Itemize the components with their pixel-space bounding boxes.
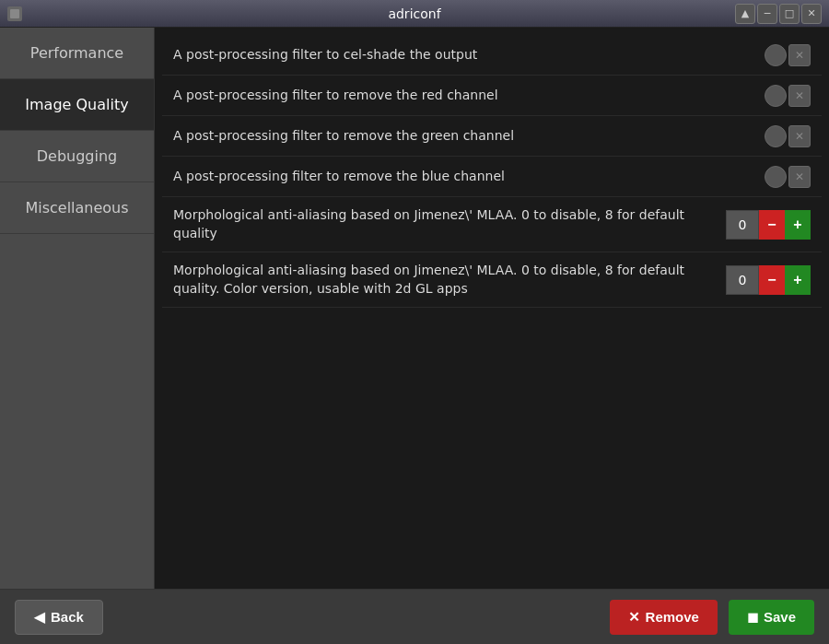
sidebar-item-miscellaneous[interactable]: Miscellaneous xyxy=(0,182,154,234)
setting-label-cel-shade: A post-processing filter to cel-shade th… xyxy=(173,46,765,64)
toggle-x-cel-shade[interactable]: ✕ xyxy=(788,44,811,66)
titlebar-buttons: ▲ ─ □ ✕ xyxy=(735,4,822,24)
app-icon xyxy=(7,6,22,21)
toggle-remove-green[interactable] xyxy=(765,125,787,147)
setting-label-remove-blue: A post-processing filter to remove the b… xyxy=(173,168,765,186)
setting-toggle-remove-green: ✕ xyxy=(765,125,811,147)
setting-label-mlaa-color: Morphological anti-aliasing based on Jim… xyxy=(173,262,726,298)
titlebar-close-button[interactable]: ✕ xyxy=(801,4,822,24)
toggle-x-remove-green[interactable]: ✕ xyxy=(788,125,811,147)
spinner-mlaa-color-minus[interactable]: − xyxy=(759,265,785,295)
setting-label-mlaa: Morphological anti-aliasing based on Jim… xyxy=(173,206,726,242)
back-icon: ◀ xyxy=(34,609,45,626)
right-buttons: ✕ Remove ◼ Save xyxy=(610,600,814,635)
toggle-remove-red[interactable] xyxy=(765,85,787,107)
titlebar-left xyxy=(7,6,22,21)
remove-icon: ✕ xyxy=(628,609,640,626)
content-area: A post-processing filter to cel-shade th… xyxy=(155,28,829,589)
titlebar: adriconf ▲ ─ □ ✕ xyxy=(0,0,829,28)
setting-toggle-remove-red: ✕ xyxy=(765,85,811,107)
setting-label-remove-green: A post-processing filter to remove the g… xyxy=(173,127,765,146)
setting-toggle-remove-blue: ✕ xyxy=(765,166,811,188)
toggle-cel-shade[interactable] xyxy=(765,44,787,66)
main-container: Performance Image Quality Debugging Misc… xyxy=(0,28,829,589)
save-label: Save xyxy=(764,609,796,625)
spinner-mlaa-plus[interactable]: + xyxy=(785,210,811,240)
spinner-mlaa-color-plus[interactable]: + xyxy=(785,265,811,295)
setting-label-remove-red: A post-processing filter to remove the r… xyxy=(173,87,765,105)
toggle-x-remove-blue[interactable]: ✕ xyxy=(788,166,811,188)
back-label: Back xyxy=(51,609,84,625)
setting-row-remove-blue: A post-processing filter to remove the b… xyxy=(162,157,822,197)
titlebar-up-button[interactable]: ▲ xyxy=(735,4,755,24)
setting-row-mlaa-color: Morphological anti-aliasing based on Jim… xyxy=(162,252,822,308)
sidebar-item-image-quality[interactable]: Image Quality xyxy=(0,79,154,131)
sidebar-item-performance[interactable]: Performance xyxy=(0,28,154,79)
remove-button[interactable]: ✕ Remove xyxy=(610,600,718,635)
save-button[interactable]: ◼ Save xyxy=(729,600,814,635)
remove-label: Remove xyxy=(646,609,699,625)
sidebar: Performance Image Quality Debugging Misc… xyxy=(0,28,155,589)
spinner-mlaa-color-value: 0 xyxy=(726,265,759,295)
setting-row-cel-shade: A post-processing filter to cel-shade th… xyxy=(162,35,822,76)
sidebar-item-debugging[interactable]: Debugging xyxy=(0,131,154,182)
back-button[interactable]: ◀ Back xyxy=(15,600,103,635)
spinner-mlaa-minus[interactable]: − xyxy=(759,210,785,240)
toggle-x-remove-red[interactable]: ✕ xyxy=(788,85,811,107)
spinner-mlaa: 0 − + xyxy=(726,210,811,240)
bottom-bar: ◀ Back ✕ Remove ◼ Save xyxy=(0,589,829,644)
spinner-mlaa-color: 0 − + xyxy=(726,265,811,295)
setting-row-remove-green: A post-processing filter to remove the g… xyxy=(162,116,822,157)
toggle-remove-blue[interactable] xyxy=(765,166,787,188)
setting-toggle-cel-shade: ✕ xyxy=(765,44,811,66)
titlebar-minimize-button[interactable]: ─ xyxy=(757,4,777,24)
setting-row-mlaa: Morphological anti-aliasing based on Jim… xyxy=(162,197,822,252)
window-title: adriconf xyxy=(388,6,440,21)
save-icon: ◼ xyxy=(747,609,758,626)
spinner-mlaa-value: 0 xyxy=(726,210,759,240)
setting-row-remove-red: A post-processing filter to remove the r… xyxy=(162,76,822,116)
titlebar-maximize-button[interactable]: □ xyxy=(779,4,800,24)
